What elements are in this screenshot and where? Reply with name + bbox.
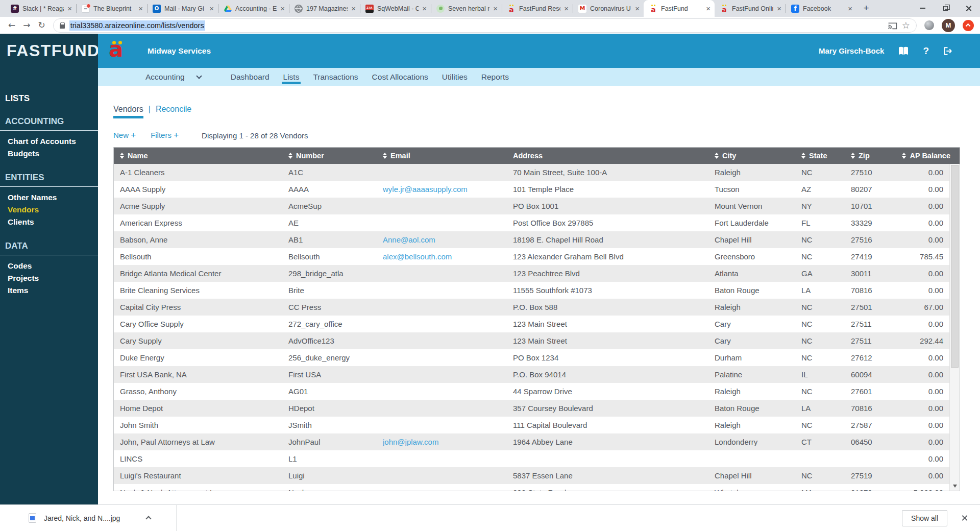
- tab-close-icon[interactable]: ×: [209, 5, 214, 12]
- table-row-duke-energy[interactable]: Duke Energy256_duke_energyPO Box 1234Dur…: [114, 349, 950, 366]
- email-link[interactable]: Anne@aol.com: [383, 235, 435, 244]
- table-row-aaaa-supply[interactable]: AAAA SupplyAAAAwyle.jr@aaaasupply.com101…: [114, 181, 950, 198]
- forward-button[interactable]: →: [23, 21, 30, 30]
- nav-item-transactions[interactable]: Transactions: [313, 68, 358, 86]
- table-row-home-depot[interactable]: Home DepotHDepot357 Coursey BoulevardBat…: [114, 400, 950, 417]
- column-header-address[interactable]: Address: [507, 152, 708, 160]
- table-row-john-smith[interactable]: John SmithJSmith111 Capital BoulevardRal…: [114, 417, 950, 433]
- browser-tab-the-blueprint[interactable]: The Blueprint×: [76, 0, 147, 17]
- column-header-name[interactable]: Name: [114, 152, 282, 160]
- tab-close-icon[interactable]: ×: [138, 5, 143, 12]
- subnav-tab-reconcile[interactable]: Reconcile: [156, 105, 191, 118]
- sidebar-item-chart-of-accounts[interactable]: Chart of Accounts: [0, 135, 98, 148]
- sidebar-item-projects[interactable]: Projects: [0, 272, 98, 284]
- column-header-city[interactable]: City: [708, 152, 795, 160]
- browser-tab-accounting-e[interactable]: Accounting - E×: [218, 0, 289, 17]
- tab-close-icon[interactable]: ×: [777, 5, 781, 12]
- tab-close-icon[interactable]: ×: [706, 5, 710, 12]
- table-scrollbar[interactable]: [949, 164, 960, 491]
- tab-close-icon[interactable]: ×: [493, 5, 498, 12]
- new-tab-button[interactable]: +: [859, 1, 874, 15]
- email-link[interactable]: wyle.jr@aaaasupply.com: [383, 185, 468, 194]
- chevron-up-icon[interactable]: [146, 516, 152, 521]
- table-row-luigi-s-restaurant[interactable]: Luigi's RestaurantLuigi5837 Essen LaneCh…: [114, 467, 950, 484]
- tab-close-icon[interactable]: ×: [351, 5, 356, 12]
- table-row-babson-anne[interactable]: Babson, AnneAB1Anne@aol.com18198 E. Chap…: [114, 231, 950, 248]
- user-name[interactable]: Mary Girsch-Bock: [819, 46, 884, 55]
- new-button[interactable]: New +: [113, 130, 136, 140]
- table-row-first-usa-bank-na[interactable]: First USA Bank, NAFirst USAP.O. Box 9401…: [114, 366, 950, 383]
- browser-tab-seven-herbal-n[interactable]: Seven herbal n×: [431, 0, 502, 17]
- nav-item-utilities[interactable]: Utilities: [442, 68, 468, 86]
- browser-tab-sqwebmail-c[interactable]: SqWebMail - C×: [360, 0, 431, 17]
- sidebar-item-items[interactable]: Items: [0, 284, 98, 297]
- nav-item-reports[interactable]: Reports: [481, 68, 509, 86]
- table-row-lincs[interactable]: LINCSL10.00: [114, 450, 950, 467]
- column-header-email[interactable]: Email: [377, 152, 507, 160]
- table-row-cary-supply[interactable]: Cary SupplyAdvOffice123123 Main StreetCa…: [114, 332, 950, 349]
- table-row-john-paul-attorneys-at-law[interactable]: John, Paul Attorneys at LawJohnPauljohn@…: [114, 433, 950, 450]
- email-link[interactable]: john@jplaw.com: [383, 438, 438, 446]
- subnav-tab-vendors[interactable]: Vendors: [113, 105, 143, 118]
- browser-tab-facebook[interactable]: Facebook×: [786, 0, 856, 17]
- accounting-module-dropdown[interactable]: Accounting: [145, 73, 201, 82]
- profile-avatar[interactable]: M: [942, 19, 955, 32]
- table-row-brite-cleaning-services[interactable]: Brite Cleaning ServicesBrite11555 Southf…: [114, 282, 950, 299]
- url-text[interactable]: trial33580.araizeonline.com/lists/vendor…: [69, 20, 205, 31]
- table-row-bridge-atlanta-medical-center[interactable]: Bridge Atlanta Medical Center298_bridge_…: [114, 265, 950, 282]
- table-row-a-1-cleaners[interactable]: A-1 CleanersA1C70 Main Street, Suite 100…: [114, 164, 950, 181]
- window-minimize-button[interactable]: [911, 0, 934, 16]
- bookmark-star-icon[interactable]: ☆: [902, 20, 910, 31]
- browser-tab-fastfund-reso[interactable]: FastFund Reso×: [502, 0, 573, 17]
- column-header-ap-balance[interactable]: AP Balance: [891, 152, 960, 160]
- extension-orange-icon[interactable]: [963, 20, 974, 31]
- browser-tab-coronavirus-u[interactable]: Coronavirus U×: [573, 0, 644, 17]
- browser-tab-slack-reaga[interactable]: Slack | * Reaga×: [5, 0, 76, 17]
- tab-close-icon[interactable]: ×: [848, 5, 852, 12]
- table-row-american-express[interactable]: American ExpressAEPost Office Box 297885…: [114, 214, 950, 231]
- sidebar-item-other-names[interactable]: Other Names: [0, 191, 98, 204]
- column-header-state[interactable]: State: [795, 152, 845, 160]
- scrollbar-thumb[interactable]: [951, 165, 959, 368]
- tab-close-icon[interactable]: ×: [280, 5, 285, 12]
- extension-icon[interactable]: [924, 20, 934, 30]
- window-close-button[interactable]: [957, 0, 980, 16]
- window-restore-button[interactable]: [934, 0, 957, 16]
- tab-close-icon[interactable]: ×: [564, 5, 569, 12]
- sidebar-item-budgets[interactable]: Budgets: [0, 148, 98, 160]
- sidebar-item-clients[interactable]: Clients: [0, 216, 98, 228]
- tab-close-icon[interactable]: ×: [422, 5, 427, 12]
- cast-icon[interactable]: [888, 21, 897, 30]
- help-icon[interactable]: ?: [923, 45, 929, 57]
- table-row-grasso-anthony[interactable]: Grasso, AnthonyAG0144 Sparrow DriveRalei…: [114, 383, 950, 400]
- browser-tab-fastfund[interactable]: FastFund×: [644, 0, 715, 17]
- scrollbar-down-button[interactable]: [950, 481, 960, 491]
- table-row-nash-nash-attorneys-at-law[interactable]: Nash & Nash Attorneys at LawNash200 Stat…: [114, 484, 950, 491]
- downloads-close-icon[interactable]: [961, 515, 968, 521]
- tab-close-icon[interactable]: ×: [635, 5, 640, 12]
- nav-item-dashboard[interactable]: Dashboard: [231, 68, 270, 86]
- table-row-cary-office-supply[interactable]: Cary Office Supply272_cary_office123 Mai…: [114, 316, 950, 332]
- browser-tab-197-magazines[interactable]: 197 Magazines×: [289, 0, 360, 17]
- nav-item-cost-allocations[interactable]: Cost Allocations: [372, 68, 428, 86]
- show-all-button[interactable]: Show all: [902, 510, 947, 526]
- browser-tab-fastfund-onlin[interactable]: FastFund Onlin×: [715, 0, 786, 17]
- url-omnibox[interactable]: trial33580.araizeonline.com/lists/vendor…: [53, 18, 917, 33]
- download-item[interactable]: Jared, Nick, and N....jpg: [29, 513, 151, 523]
- nav-item-lists[interactable]: Lists: [283, 68, 300, 86]
- column-header-zip[interactable]: Zip: [845, 152, 891, 160]
- column-header-number[interactable]: Number: [282, 152, 377, 160]
- sidebar-item-lists[interactable]: LISTS: [5, 93, 98, 104]
- back-button[interactable]: ←: [8, 21, 15, 30]
- logout-icon[interactable]: [943, 46, 952, 56]
- email-link[interactable]: alex@bellsouth.com: [383, 252, 452, 261]
- filters-button[interactable]: Filters +: [151, 130, 179, 140]
- sidebar-item-vendors[interactable]: Vendors: [0, 204, 98, 216]
- table-row-bellsouth[interactable]: BellsouthBellsouthalex@bellsouth.com123 …: [114, 248, 950, 265]
- reload-button[interactable]: ↻: [38, 21, 45, 30]
- sidebar-item-codes[interactable]: Codes: [0, 260, 98, 272]
- browser-tab-mail-mary-gi[interactable]: Mail - Mary Gi×: [147, 0, 218, 17]
- table-row-capital-city-press[interactable]: Capital City PressCC PressP.O. Box 588Ra…: [114, 299, 950, 316]
- tab-close-icon[interactable]: ×: [67, 5, 72, 12]
- table-row-acme-supply[interactable]: Acme SupplyAcmeSupPO Box 1001Mount Verno…: [114, 198, 950, 214]
